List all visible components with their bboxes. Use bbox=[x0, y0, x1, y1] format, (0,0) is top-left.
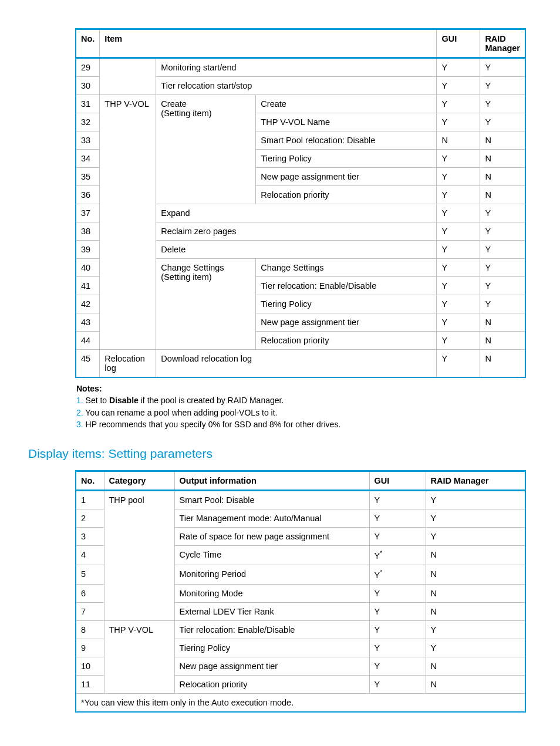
table-row: 8 THP V-VOL Tier relocation: Enable/Disa… bbox=[76, 620, 525, 639]
table-header: GUI bbox=[437, 29, 480, 58]
section-heading: Display items: Setting parameters bbox=[28, 447, 526, 461]
notes-title: Notes: bbox=[76, 384, 102, 393]
table-header: GUI bbox=[369, 471, 426, 491]
table-row: 1 THP pool Smart Pool: Disable Y Y bbox=[76, 491, 525, 509]
table-header: No. bbox=[76, 471, 104, 491]
table-header: Output information bbox=[174, 471, 369, 491]
table-header: RAID Manager bbox=[480, 29, 525, 58]
table-notes: Notes: 1. Set to Disable if the pool is … bbox=[75, 378, 526, 430]
table-footnote: *You can view this item only in the Auto… bbox=[76, 693, 525, 712]
table-header: Item bbox=[100, 29, 437, 58]
table-row: 29 Monitoring start/end Y Y bbox=[76, 58, 525, 77]
table-header: RAID Manager bbox=[426, 471, 525, 491]
table-row: 31 THP V-VOL Create(Setting item) Create… bbox=[76, 95, 525, 113]
operations-table: No. Item GUI RAID Manager 29 Monitoring … bbox=[75, 28, 526, 378]
table-row: 45 Relocation log Download relocation lo… bbox=[76, 350, 525, 378]
table-header: No. bbox=[76, 29, 100, 58]
display-items-table: No. Category Output information GUI RAID… bbox=[75, 470, 526, 713]
table-header: Category bbox=[104, 471, 174, 491]
